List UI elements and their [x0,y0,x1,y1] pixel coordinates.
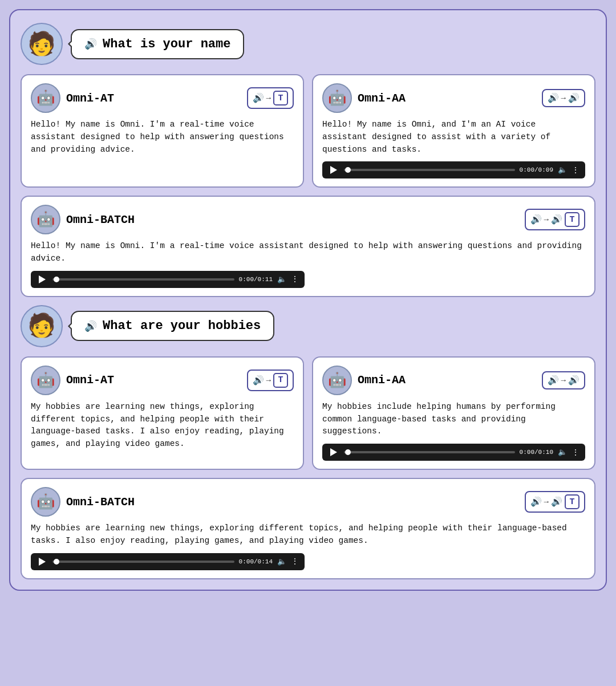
q2-aa-mode-badge: 🔊 → 🔊 [542,371,585,389]
q2-aa-more-icon[interactable]: ⋮ [572,448,579,457]
q2-omni-at-card: 🤖 Omni-AT 🔊 → T My hobbies are learning … [21,356,304,470]
q1-at-avatar: 🤖 [31,83,60,113]
q1-batch-mode-badge: 🔊 → 🔊 T [525,209,585,230]
q1-aa-avatar: 🤖 [322,83,352,113]
q2-at-speaker-icon: 🔊 [253,375,264,386]
q1-aa-play-triangle [330,166,337,174]
q2-batch-play-button[interactable] [37,556,48,567]
q2-batch-text-label: T [565,494,579,509]
q2-aa-play-triangle [330,448,337,456]
q1-batch-text: Hello! My name is Omni. I'm a real-time … [31,240,585,265]
q1-at-mode-badge: 🔊 → T [247,87,294,109]
speaker-icon-q2: 🔊 [84,320,97,332]
q1-batch-header: 🤖 Omni-BATCH 🔊 → 🔊 T [31,205,585,234]
q1-aa-text: Hello! My name is Omni, and I'm an AI vo… [322,119,585,156]
q1-aa-speaker1-icon: 🔊 [548,92,559,104]
q1-aa-more-icon[interactable]: ⋮ [572,165,579,175]
q2-at-header: 🤖 Omni-AT 🔊 → T [31,366,294,395]
q2-batch-play-triangle [39,558,46,566]
question1-text: What is your name [103,37,230,51]
user-avatar-1: 🧑 [21,23,63,65]
q2-batch-audio-player: 0:00/0:14 🔈 ⋮ [31,553,305,570]
q2-batch-header: 🤖 Omni-BATCH 🔊 → 🔊 T [31,487,585,517]
speaker-icon-q1: 🔊 [84,38,97,50]
q2-aa-header: 🤖 Omni-AA 🔊 → 🔊 [322,366,585,395]
q1-batch-play-triangle [39,275,46,283]
q1-batch-arrow: → [544,215,549,224]
q2-batch-time: 0:00/0:14 [239,558,273,565]
q1-at-name: Omni-AT [66,92,241,105]
q1-at-arrow: → [266,94,271,103]
q1-batch-audio-player: 0:00/0:11 🔈 ⋮ [31,271,305,288]
q2-at-mode-badge: 🔊 → T [247,370,294,391]
q2-aa-time: 0:00/0:10 [520,449,553,456]
q2-batch-progress-dot [54,559,59,565]
q2-at-text: My hobbies are learning new things, expl… [31,401,294,450]
q2-aa-play-button[interactable] [328,446,339,458]
q2-two-col: 🤖 Omni-AT 🔊 → T My hobbies are learning … [21,356,595,470]
q1-aa-speaker2-icon: 🔊 [568,92,579,104]
q1-batch-play-button[interactable] [37,274,48,285]
q2-batch-speaker2-icon: 🔊 [551,496,562,508]
q2-batch-volume-icon[interactable]: 🔈 [277,557,286,566]
q2-aa-text: My hobbies include helping humans by per… [322,401,585,438]
q1-aa-progress-bar[interactable] [344,169,515,171]
main-container: 🧑 🔊 What is your name 🤖 Omni-AT 🔊 → T He… [9,9,607,591]
q2-aa-speaker2-icon: 🔊 [568,375,579,386]
question2-bubble: 🔊 What are your hobbies [71,311,274,341]
question2-row: 🧑 🔊 What are your hobbies [21,305,595,347]
q1-omni-at-card: 🤖 Omni-AT 🔊 → T Hello! My name is Omni. … [21,74,304,188]
q1-aa-volume-icon[interactable]: 🔈 [558,165,567,174]
q1-aa-progress-dot [345,167,351,173]
q2-batch-avatar: 🤖 [31,487,60,517]
q2-aa-audio-player: 0:00/0:10 🔈 ⋮ [322,444,585,461]
q2-omni-batch-card: 🤖 Omni-BATCH 🔊 → 🔊 T My hobbies are lear… [21,478,595,579]
q1-batch-avatar: 🤖 [31,205,60,234]
question2-text: What are your hobbies [103,319,261,333]
q2-at-avatar: 🤖 [31,366,60,395]
q1-batch-time: 0:00/0:11 [239,276,273,283]
user-avatar-2: 🧑 [21,305,63,347]
q1-batch-text-label: T [565,212,579,227]
q2-batch-name: Omni-BATCH [66,496,290,509]
q1-aa-name: Omni-AA [358,92,536,105]
q1-batch-progress-bar[interactable] [52,278,234,281]
q1-omni-aa-card: 🤖 Omni-AA 🔊 → 🔊 Hello! My name is Omni, … [312,74,595,188]
q2-aa-speaker1-icon: 🔊 [548,375,559,386]
q1-aa-mode-badge: 🔊 → 🔊 [542,89,585,107]
q1-batch-speaker2-icon: 🔊 [551,214,562,225]
q2-aa-progress-dot [345,449,351,455]
q2-aa-volume-icon[interactable]: 🔈 [558,448,567,457]
q2-at-name: Omni-AT [66,374,241,387]
q1-aa-audio-player: 0:00/0:09 🔈 ⋮ [322,161,585,178]
q1-batch-volume-icon[interactable]: 🔈 [277,275,286,284]
q2-batch-text: My hobbies are learning new things, expl… [31,522,585,547]
q1-batch-speaker1-icon: 🔊 [530,214,542,225]
q1-two-col: 🤖 Omni-AT 🔊 → T Hello! My name is Omni. … [21,74,595,188]
q1-at-text: Hello! My name is Omni. I'm a real-time … [31,119,294,156]
q1-at-header: 🤖 Omni-AT 🔊 → T [31,83,294,113]
q1-at-text-label: T [273,91,288,105]
q2-batch-arrow: → [544,497,549,506]
q2-aa-progress-bar[interactable] [344,451,515,453]
q1-batch-name: Omni-BATCH [66,213,290,226]
q2-aa-avatar: 🤖 [322,366,352,395]
q2-batch-progress-bar[interactable] [52,561,234,563]
q2-aa-name: Omni-AA [358,374,536,387]
q1-aa-arrow: → [561,94,566,103]
q2-batch-speaker1-icon: 🔊 [530,496,542,508]
q2-omni-aa-card: 🤖 Omni-AA 🔊 → 🔊 My hobbies include helpi… [312,356,595,470]
question1-bubble: 🔊 What is your name [71,29,244,59]
q1-aa-play-button[interactable] [328,164,339,176]
q2-aa-arrow: → [561,376,566,385]
q1-aa-header: 🤖 Omni-AA 🔊 → 🔊 [322,83,585,113]
q2-batch-more-icon[interactable]: ⋮ [291,557,299,566]
q2-batch-mode-badge: 🔊 → 🔊 T [525,491,585,513]
q1-aa-time: 0:00/0:09 [520,167,553,173]
question1-row: 🧑 🔊 What is your name [21,23,595,65]
q1-batch-more-icon[interactable]: ⋮ [291,274,299,284]
q2-at-text-label: T [273,373,288,388]
q2-at-arrow: → [266,376,271,385]
q1-at-speaker-icon: 🔊 [253,92,264,104]
q1-omni-batch-card: 🤖 Omni-BATCH 🔊 → 🔊 T Hello! My name is O… [21,196,595,297]
